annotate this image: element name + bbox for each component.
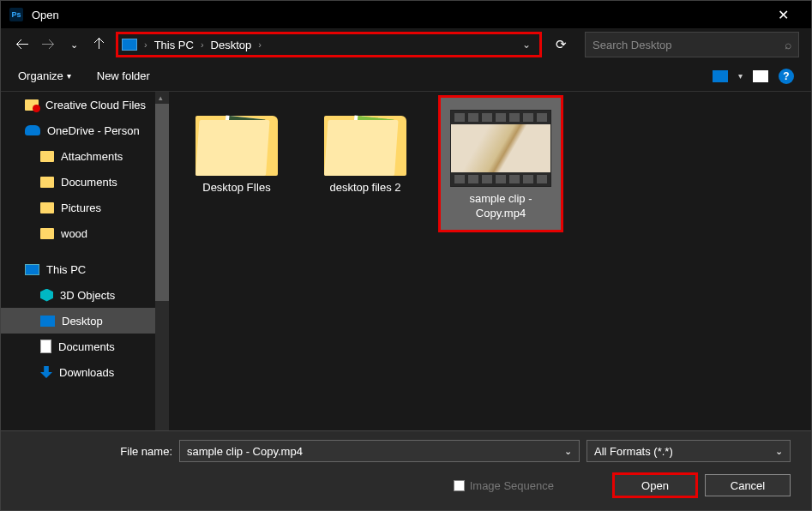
refresh-button[interactable]: ⟳ [549,37,573,52]
forward-button[interactable]: 🡢 [39,35,57,54]
filename-label: File name: [21,445,172,458]
sidebar-label: Creative Cloud Files [45,99,146,111]
cancel-button[interactable]: Cancel [705,474,791,496]
sidebar-label: 3D Objects [60,289,115,302]
sidebar-label: Documents [58,340,115,353]
back-button[interactable]: 🡠 [13,35,32,54]
scrollbar-thumb[interactable] [155,104,169,301]
chevron-down-icon[interactable]: ⌄ [775,446,783,457]
doc-icon [40,340,51,353]
navbar: 🡠 🡢 ⌄ 🡡 › This PC › Desktop › ⌄ ⟳ Search… [1,28,811,61]
up-button[interactable]: 🡡 [90,35,109,54]
sidebar-label: Downloads [59,366,114,379]
file-grid[interactable]: Desktop FIlesdesktop files 2sample clip … [169,92,811,430]
recent-chevron-icon[interactable]: ⌄ [64,35,83,54]
sidebar-label: OneDrive - Person [47,124,140,137]
crumb-desktop[interactable]: Desktop [211,39,252,51]
help-button[interactable]: ? [779,69,794,84]
sidebar-item-attachments[interactable]: Attachments [1,143,169,169]
sidebar-label: This PC [46,263,86,276]
photoshop-icon: Ps [9,8,23,21]
search-input[interactable]: Search Desktop ⌕ [585,32,799,57]
sidebar-item-pictures[interactable]: Pictures [1,195,169,220]
chevron-icon: › [142,39,149,50]
file-item[interactable]: sample clip - Copy.mp4 [438,95,563,232]
file-label: sample clip - Copy.mp4 [444,192,557,221]
fold-icon [40,151,54,162]
sidebar-item-downloads[interactable]: Downloads [1,359,169,385]
sidebar-item-documents[interactable]: Documents [1,334,169,359]
thispc-icon [122,39,137,51]
fold-icon [40,177,54,188]
fold-icon [40,228,54,239]
sidebar-item-3d-objects[interactable]: 3D Objects [1,282,169,308]
sidebar-label: Pictures [61,201,101,214]
preview-pane-icon[interactable] [753,70,768,82]
close-button[interactable]: ✕ [764,7,803,23]
breadcrumb[interactable]: › This PC › Desktop › ⌄ [116,32,542,57]
file-item[interactable]: Desktop FIles [181,107,292,195]
search-placeholder: Search Desktop [592,39,672,51]
newfolder-button[interactable]: New folder [97,69,150,82]
folder-icon [324,107,406,176]
sidebar-item-onedrive-person[interactable]: OneDrive - Person [1,117,169,143]
sidebar-label: Documents [61,176,117,189]
window-title: Open [32,9,59,21]
fold-icon [40,202,54,213]
file-label: desktop files 2 [329,181,400,195]
view-controls: ▾ ? [713,69,794,84]
footer: File name: sample clip - Copy.mp4⌄ All F… [1,430,811,510]
sidebar-item-creative-cloud-files[interactable]: Creative Cloud Files [1,92,169,117]
video-icon [450,110,551,187]
open-dialog: Ps Open ✕ 🡠 🡢 ⌄ 🡡 › This PC › Desktop › … [0,0,812,511]
toolbar: Organize ▾ New folder ▾ ? [1,61,811,92]
folder-icon [195,107,278,176]
titlebar: Ps Open ✕ [1,1,811,28]
view-thumbnails-icon[interactable] [713,70,728,82]
format-select[interactable]: All Formats (*.*)⌄ [586,440,791,462]
desk-icon [40,316,55,327]
path-dropdown-icon[interactable]: ⌄ [517,39,536,51]
organize-menu[interactable]: Organize ▾ [18,69,71,82]
chevron-icon: › [199,39,206,50]
filename-input[interactable]: sample clip - Copy.mp4⌄ [179,440,580,462]
sidebar-item-desktop[interactable]: Desktop [1,308,169,334]
file-label: Desktop FIles [202,181,270,195]
chevron-down-icon[interactable]: ⌄ [564,446,572,457]
obj3d-icon [40,289,53,302]
sidebar-label: wood [61,227,87,240]
sidebar-item-documents[interactable]: Documents [1,169,169,195]
sidebar-label: Attachments [61,150,123,163]
sidebar-label: Desktop [62,315,103,328]
dl-icon [40,366,52,378]
image-sequence-checkbox: Image Sequence [454,479,554,492]
crumb-thispc[interactable]: This PC [154,39,194,51]
thispc-icon [25,264,39,275]
sidebar-item-wood[interactable]: wood [1,220,169,246]
body: ▴ Creative Cloud FilesOneDrive - PersonA… [1,92,811,430]
checkbox-icon [454,480,465,491]
sidebar: ▴ Creative Cloud FilesOneDrive - PersonA… [1,92,169,430]
file-item[interactable]: desktop files 2 [310,107,421,195]
open-button[interactable]: Open [612,472,698,498]
search-icon: ⌕ [785,38,791,51]
view-dropdown-icon[interactable]: ▾ [738,71,743,81]
chevron-icon: › [256,39,263,50]
sidebar-item-this-pc[interactable]: This PC [1,256,169,282]
cc-icon [25,99,39,111]
od-icon [25,125,40,135]
